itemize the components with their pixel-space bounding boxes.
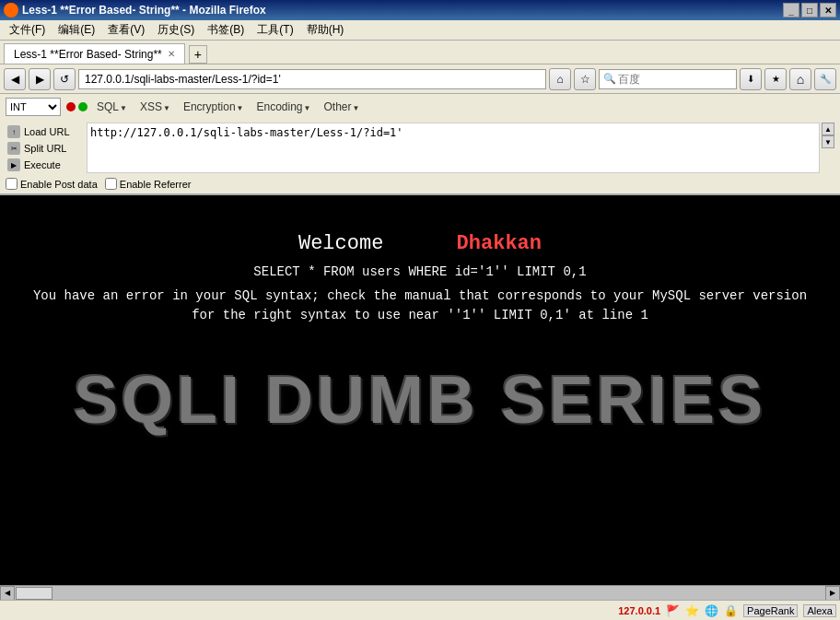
security-icon: 🔒 — [724, 604, 738, 617]
window-title: Less-1 **Error Based- String** - Mozilla… — [22, 4, 266, 17]
scroll-down-button[interactable]: ▼ — [822, 135, 834, 148]
menu-bookmarks[interactable]: 书签(B) — [202, 20, 250, 40]
ip-display: 127.0.0.1 — [618, 605, 660, 616]
download-icon[interactable]: ⬇ — [740, 68, 762, 90]
url-textarea[interactable]: http://127.0.0.1/sqli-labs-master/Less-1… — [87, 123, 820, 173]
split-url-label: Split URL — [24, 143, 66, 154]
menu-edit[interactable]: 编辑(E) — [52, 20, 100, 40]
enable-post-checkbox[interactable] — [6, 178, 18, 190]
hackbar-encoding[interactable]: Encoding — [253, 99, 315, 114]
hackbar-xss[interactable]: XSS — [136, 99, 174, 114]
enable-referrer-label[interactable]: Enable Referrer — [105, 178, 192, 190]
menu-file[interactable]: 文件(F) — [4, 20, 51, 40]
scroll-track[interactable] — [15, 586, 825, 601]
status-right: 127.0.0.1 🚩 ⭐ 🌐 🔒 PageRank Alexa — [618, 604, 836, 617]
search-icon: 🔍 — [603, 73, 616, 85]
scroll-left-button[interactable]: ◀ — [0, 586, 15, 601]
title-bar-left: Less-1 **Error Based- String** - Mozilla… — [4, 3, 266, 18]
pagerank-label: PageRank — [743, 604, 798, 617]
hackbar-body: ↑ Load URL ✂ Split URL ▶ Execute http://… — [0, 120, 840, 176]
execute-label: Execute — [24, 159, 61, 170]
menu-help[interactable]: 帮助(H) — [301, 20, 350, 40]
reload-button[interactable]: ↺ — [53, 68, 76, 90]
tab-close-button[interactable]: ✕ — [168, 49, 175, 59]
enable-referrer-checkbox[interactable] — [105, 178, 117, 190]
menu-tools[interactable]: 工具(T) — [251, 20, 298, 40]
alexa-label: Alexa — [803, 604, 836, 617]
bookmark-manager-icon[interactable]: ★ — [764, 68, 787, 90]
address-bar: ◀ ▶ ↺ ⌂ ☆ 🔍 ⬇ ★ ⌂ 🔧 — [0, 64, 840, 94]
search-input[interactable] — [618, 73, 710, 86]
flag-icon: 🚩 — [666, 604, 680, 617]
tab-active[interactable]: Less-1 **Error Based- String** ✕ — [4, 43, 185, 64]
type-select[interactable]: INT — [6, 98, 61, 116]
status-dots — [66, 102, 88, 111]
enable-post-label[interactable]: Enable Post data — [6, 178, 98, 190]
sql-query-line: SELECT * FROM users WHERE id='1'' LIMIT … — [253, 264, 586, 279]
browser-window: Less-1 **Error Based- String** - Mozilla… — [0, 0, 840, 620]
hackbar-footer: Enable Post data Enable Referrer — [0, 176, 840, 193]
main-content: Welcome Dhakkan SELECT * FROM users WHER… — [0, 195, 840, 585]
close-button[interactable]: ✕ — [820, 3, 836, 18]
tab-label: Less-1 **Error Based- String** — [14, 48, 162, 61]
status-bar: 127.0.0.1 🚩 ⭐ 🌐 🔒 PageRank Alexa — [0, 600, 840, 620]
address-input[interactable] — [78, 69, 546, 89]
username-text: Dhakkan — [457, 232, 542, 255]
content-area: Welcome Dhakkan SELECT * FROM users WHER… — [0, 195, 840, 600]
split-icon: ✂ — [7, 142, 20, 155]
title-bar: Less-1 **Error Based- String** - Mozilla… — [0, 0, 840, 20]
extension-icon[interactable]: 🔧 — [814, 68, 836, 90]
load-url-button[interactable]: ↑ Load URL — [6, 124, 79, 139]
dot-green — [78, 102, 88, 111]
error-message: You have an error in your SQL syntax; ch… — [29, 287, 811, 325]
dot-red — [66, 102, 76, 111]
scroll-up-button[interactable]: ▲ — [822, 123, 834, 135]
sqli-banner: SQLI DUMB SERIES — [74, 362, 766, 438]
forward-button[interactable]: ▶ — [29, 68, 51, 90]
scroll-right-button[interactable]: ▶ — [825, 586, 840, 601]
hackbar-scroll: ▲ ▼ — [822, 123, 834, 173]
menu-history[interactable]: 历史(S) — [152, 20, 200, 40]
globe-icon: 🌐 — [705, 604, 718, 617]
minimize-button[interactable]: _ — [783, 3, 799, 18]
menu-bar: 文件(F) 编辑(E) 查看(V) 历史(S) 书签(B) 工具(T) 帮助(H… — [0, 20, 840, 41]
hackbar-encryption[interactable]: Encryption — [180, 99, 248, 114]
star-icon: ⭐ — [685, 604, 699, 617]
back-button[interactable]: ◀ — [4, 68, 26, 90]
scroll-thumb[interactable] — [16, 587, 52, 600]
bookmark-star[interactable]: ☆ — [574, 68, 596, 90]
hackbar: INT SQL XSS Encryption Encoding Other ↑ … — [0, 94, 840, 195]
hackbar-top: INT SQL XSS Encryption Encoding Other — [0, 94, 840, 120]
tab-bar: Less-1 **Error Based- String** ✕ + — [0, 41, 840, 64]
search-box: 🔍 — [599, 69, 737, 89]
load-url-label: Load URL — [24, 126, 70, 137]
firefox-icon — [4, 3, 18, 18]
maximize-button[interactable]: □ — [801, 3, 818, 18]
welcome-text: Welcome — [298, 232, 444, 255]
horizontal-scrollbar: ◀ ▶ — [0, 585, 840, 600]
execute-icon: ▶ — [7, 158, 20, 171]
split-url-button[interactable]: ✂ Split URL — [6, 141, 79, 156]
title-bar-buttons: _ □ ✕ — [783, 3, 836, 18]
welcome-line: Welcome Dhakkan — [298, 232, 542, 255]
home-button[interactable]: ⌂ — [549, 68, 571, 90]
execute-button[interactable]: ▶ Execute — [6, 158, 79, 172]
new-tab-button[interactable]: + — [189, 45, 207, 64]
load-icon: ↑ — [7, 125, 20, 138]
home-icon2[interactable]: ⌂ — [789, 68, 811, 90]
menu-view[interactable]: 查看(V) — [102, 20, 150, 40]
hackbar-sql[interactable]: SQL — [93, 99, 131, 114]
hackbar-sidebar: ↑ Load URL ✂ Split URL ▶ Execute — [6, 123, 79, 173]
hackbar-other[interactable]: Other — [320, 99, 363, 114]
